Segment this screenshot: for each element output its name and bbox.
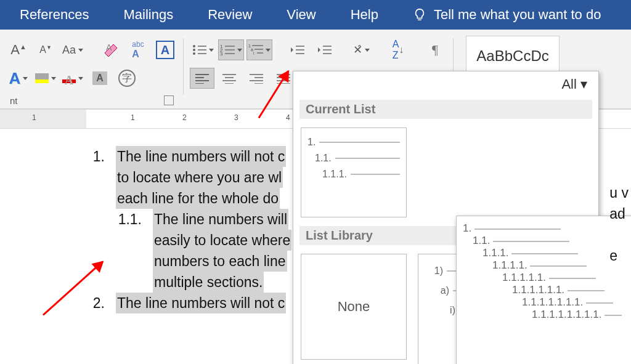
svg-rect-8 bbox=[225, 46, 235, 47]
tab-mailings[interactable]: Mailings bbox=[107, 7, 191, 23]
ruler-number: 3 bbox=[234, 113, 238, 122]
list-number: 1. bbox=[74, 146, 105, 167]
sort-button[interactable]: AZ↓ bbox=[386, 39, 410, 60]
svg-rect-4 bbox=[198, 49, 206, 51]
ruler-number: 1 bbox=[131, 113, 135, 122]
indent-icon bbox=[317, 44, 332, 56]
phonetic-guide-button[interactable]: abcA bbox=[126, 39, 150, 60]
svg-rect-22 bbox=[323, 46, 332, 47]
multilevel-icon: 1ai bbox=[248, 44, 263, 56]
svg-rect-27 bbox=[195, 80, 209, 81]
svg-rect-21 bbox=[296, 53, 304, 54]
tell-me-search[interactable]: Tell me what you want to do bbox=[396, 7, 618, 23]
change-case-button[interactable]: Aa bbox=[60, 39, 85, 60]
list-line-text[interactable]: The line numbers will not c bbox=[116, 146, 286, 167]
bullets-button[interactable] bbox=[190, 39, 216, 60]
svg-rect-31 bbox=[222, 80, 236, 81]
svg-rect-23 bbox=[323, 49, 332, 51]
bullets-icon bbox=[192, 44, 206, 56]
tooltip-level: 1.1.1.1.1.1.1.1. bbox=[463, 309, 631, 321]
list-line-text[interactable]: numbers to each line bbox=[153, 251, 287, 272]
tooltip-level: 1.1.1.1.1.1. bbox=[463, 284, 631, 296]
asian-layout-button[interactable]: ✕̂ bbox=[349, 39, 373, 60]
list-number bbox=[74, 167, 105, 188]
svg-text:A: A bbox=[106, 42, 112, 52]
font-color-icon: A bbox=[62, 73, 76, 83]
font-group: A▲ A▼ Aa A abcA A A A A 字 nt bbox=[0, 36, 184, 108]
tab-view[interactable]: View bbox=[269, 7, 333, 23]
align-left-button[interactable] bbox=[190, 68, 214, 89]
svg-rect-10 bbox=[225, 49, 235, 51]
list-line-text[interactable]: each line for the whole do bbox=[116, 188, 280, 209]
svg-rect-35 bbox=[250, 80, 263, 81]
shrink-font-button[interactable]: A▼ bbox=[33, 39, 58, 60]
svg-rect-28 bbox=[195, 83, 204, 84]
numbering-button[interactable]: 123 bbox=[218, 39, 244, 60]
tab-references[interactable]: References bbox=[2, 7, 107, 23]
svg-rect-6 bbox=[198, 53, 206, 54]
show-formatting-button[interactable]: ¶ bbox=[423, 39, 447, 60]
ruler-number: 1 bbox=[32, 113, 36, 122]
style-preview-text: AaBbCcDc bbox=[476, 47, 548, 65]
svg-rect-25 bbox=[195, 74, 209, 75]
tab-review[interactable]: Review bbox=[190, 7, 269, 23]
list-line-text[interactable]: The line numbers will not c bbox=[116, 293, 286, 313]
highlight-icon bbox=[35, 73, 49, 83]
align-right-icon bbox=[250, 73, 263, 84]
svg-rect-34 bbox=[254, 77, 263, 78]
font-color-button[interactable]: A bbox=[60, 68, 85, 89]
highlight-color-button[interactable] bbox=[33, 68, 58, 89]
font-dialog-launcher[interactable] bbox=[164, 95, 174, 105]
pilcrow-icon: ¶ bbox=[432, 42, 438, 58]
character-border-button[interactable]: A bbox=[153, 39, 177, 60]
tooltip-level: 1.1.1.1.1. bbox=[463, 272, 631, 284]
enclose-characters-button[interactable]: 字 bbox=[115, 68, 139, 89]
list-number bbox=[74, 188, 105, 209]
outdent-icon bbox=[290, 44, 304, 56]
svg-rect-30 bbox=[225, 77, 234, 78]
cutoff-text: u v ad e bbox=[609, 182, 629, 266]
tell-me-label: Tell me what you want to do bbox=[434, 7, 601, 23]
svg-text:i: i bbox=[253, 51, 254, 55]
list-number: 2. bbox=[74, 293, 105, 313]
list-number: 1.1. bbox=[111, 209, 142, 230]
tooltip-level: 1. bbox=[463, 222, 631, 235]
list-line-text[interactable]: to locate where you are wl bbox=[116, 167, 283, 188]
list-number bbox=[111, 230, 142, 251]
svg-point-3 bbox=[193, 49, 195, 51]
list-none-thumb[interactable]: None bbox=[301, 254, 407, 360]
svg-rect-33 bbox=[250, 74, 263, 75]
list-preview-tooltip: 1. 1.1. 1.1.1. 1.1.1.1. 1.1.1.1.1. 1.1.1… bbox=[456, 216, 631, 364]
svg-point-5 bbox=[193, 52, 195, 55]
font-group-label: nt bbox=[10, 95, 18, 106]
list-number bbox=[111, 251, 142, 272]
multilevel-list-button[interactable]: 1ai bbox=[246, 39, 272, 60]
clear-formatting-button[interactable]: A bbox=[99, 39, 123, 60]
text-effects-button[interactable]: A bbox=[6, 68, 31, 89]
lightbulb-icon bbox=[413, 8, 426, 22]
svg-rect-14 bbox=[252, 45, 263, 46]
list-line-text[interactable]: easily to locate where bbox=[153, 230, 291, 251]
decrease-indent-button[interactable] bbox=[285, 39, 309, 60]
ruler-number: 4 bbox=[286, 113, 290, 122]
svg-rect-29 bbox=[222, 74, 236, 75]
svg-point-1 bbox=[193, 45, 195, 47]
increase-indent-button[interactable] bbox=[312, 39, 336, 60]
svg-rect-32 bbox=[225, 83, 234, 84]
svg-rect-18 bbox=[257, 52, 263, 54]
tooltip-level: 1.1. bbox=[463, 235, 631, 247]
ribbon-tabs: References Mailings Review View Help Tel… bbox=[0, 0, 631, 30]
svg-rect-16 bbox=[254, 49, 263, 50]
tab-help[interactable]: Help bbox=[333, 7, 396, 23]
svg-text:3: 3 bbox=[220, 51, 223, 56]
align-right-button[interactable] bbox=[244, 68, 269, 89]
tooltip-level: 1.1.1.1. bbox=[463, 259, 631, 272]
current-list-thumb[interactable]: 1. 1.1. 1.1.1. bbox=[301, 127, 407, 217]
character-shading-button[interactable]: A bbox=[88, 68, 112, 89]
grow-font-button[interactable]: A▲ bbox=[6, 39, 31, 60]
list-line-text[interactable]: The line numbers will bbox=[153, 209, 288, 230]
current-list-header: Current List bbox=[299, 100, 592, 119]
list-filter-button[interactable]: All ▾ bbox=[561, 76, 587, 92]
align-center-button[interactable] bbox=[217, 68, 242, 89]
list-line-text[interactable]: multiple sections. bbox=[153, 272, 264, 293]
